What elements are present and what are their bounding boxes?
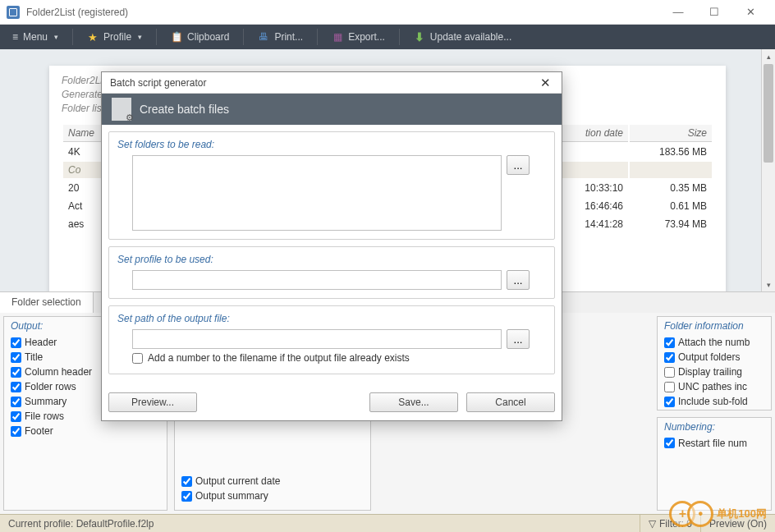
scroll-thumb[interactable]: [764, 64, 773, 163]
browse-folders-button[interactable]: ...: [507, 155, 530, 175]
checkbox-label: Folder rows: [25, 381, 76, 392]
app-icon: [7, 6, 20, 19]
dialog-title: Batch script generator: [110, 77, 534, 89]
dialog-header-text: Create batch files: [140, 103, 229, 116]
update-label: Update available...: [430, 31, 511, 43]
checkbox[interactable]: [11, 367, 21, 378]
checkbox-row[interactable]: Restart file num: [664, 436, 764, 451]
browse-profile-button[interactable]: ...: [507, 270, 530, 290]
checkbox[interactable]: [664, 337, 675, 348]
status-filter[interactable]: ▽ Filter: 0: [640, 515, 701, 532]
checkbox[interactable]: [664, 352, 675, 363]
checkbox[interactable]: [11, 382, 21, 392]
save-button[interactable]: Save...: [369, 392, 458, 412]
minimize-button[interactable]: —: [660, 1, 696, 24]
toolbar-separator: [317, 29, 318, 45]
checkbox-label: Column header: [25, 366, 92, 378]
checkbox-label: File rows: [25, 410, 64, 422]
dialog-header: Create batch files: [102, 94, 562, 125]
close-button[interactable]: ✕: [732, 1, 768, 24]
checkbox-label: Display trailing: [678, 366, 742, 378]
checkbox-label: Output current date: [195, 475, 280, 487]
browse-output-button[interactable]: ...: [507, 329, 530, 349]
checkbox[interactable]: [664, 367, 675, 378]
checkbox[interactable]: [664, 438, 675, 448]
star-icon: ★: [87, 31, 99, 43]
batch-script-dialog: Batch script generator ✕ Create batch fi…: [101, 71, 562, 421]
dialog-footer: Preview... Save... Cancel: [102, 388, 562, 420]
folders-textarea[interactable]: [132, 155, 502, 231]
toolbar-separator: [72, 29, 73, 45]
numbering-panel: Numbering: Restart file num: [657, 417, 772, 511]
export-label: Export...: [348, 31, 385, 43]
checkbox[interactable]: [11, 411, 21, 422]
export-button[interactable]: ▦ Export...: [323, 27, 394, 47]
checkbox-label: Include sub-fold: [678, 396, 748, 407]
clipboard-label: Clipboard: [187, 31, 229, 43]
tab-folder-selection[interactable]: Folder selection: [0, 292, 94, 313]
group-title: Set profile to be used:: [117, 254, 546, 265]
toolbar-separator: [399, 29, 400, 45]
print-button[interactable]: 🖶 Print...: [249, 27, 312, 47]
checkbox-row[interactable]: Include sub-fold: [664, 394, 764, 409]
print-label: Print...: [274, 31, 303, 43]
checkbox[interactable]: [11, 426, 21, 437]
checkbox[interactable]: [11, 352, 21, 363]
menu-button[interactable]: ≡ Menu ▾: [3, 27, 67, 47]
main-toolbar: ≡ Menu ▾ ★ Profile ▾ 📋 Clipboard 🖶 Print…: [0, 25, 775, 49]
checkbox[interactable]: [664, 382, 675, 392]
checkbox-row[interactable]: Output folders: [664, 350, 764, 365]
scroll-up-arrow[interactable]: ▴: [762, 49, 775, 63]
preview-scrollbar[interactable]: ▴ ▾: [761, 49, 775, 291]
scroll-down-arrow[interactable]: ▾: [762, 277, 775, 291]
checkbox-row[interactable]: Output summary: [181, 488, 364, 503]
checkbox-row[interactable]: UNC pathes inc: [664, 379, 764, 394]
checkbox[interactable]: [11, 397, 21, 407]
group-title: Set path of the output file:: [117, 313, 546, 324]
dialog-close-button[interactable]: ✕: [534, 74, 557, 92]
add-number-checkbox-row[interactable]: Add a number to the filename if the outp…: [132, 352, 546, 364]
folder-info-panel: Folder information Attach the numbOutput…: [657, 316, 772, 410]
group-title: Set folders to be read:: [117, 139, 546, 150]
checkbox[interactable]: [664, 397, 675, 407]
toolbar-separator: [156, 29, 157, 45]
profile-input[interactable]: [132, 270, 502, 290]
checkbox-label: Title: [25, 351, 43, 363]
panel-title: Folder information: [664, 320, 764, 332]
update-button[interactable]: ⬇ Update available...: [405, 27, 520, 47]
checkbox-row[interactable]: Output current date: [181, 474, 364, 488]
checkbox-label: Attach the numb: [678, 337, 750, 348]
status-bar: Current profile: DefaultProfile.f2lp ▽ F…: [0, 514, 775, 532]
window-titlebar: Folder2List (registered) — ☐ ✕: [0, 0, 775, 25]
maximize-button[interactable]: ☐: [696, 1, 732, 24]
menu-label: Menu: [23, 31, 48, 43]
toolbar-separator: [243, 29, 244, 45]
status-profile: Current profile: DefaultProfile.f2lp: [0, 515, 640, 532]
clipboard-button[interactable]: 📋 Clipboard: [162, 27, 238, 47]
cancel-button[interactable]: Cancel: [466, 392, 555, 412]
preview-button[interactable]: Preview...: [108, 392, 197, 412]
export-icon: ▦: [332, 31, 343, 43]
checkbox-label: Summary: [25, 396, 66, 407]
dialog-titlebar[interactable]: Batch script generator ✕: [102, 72, 562, 94]
checkbox-label: Output summary: [195, 490, 268, 502]
profile-button[interactable]: ★ Profile ▾: [78, 27, 151, 47]
checkbox[interactable]: [181, 476, 192, 487]
checkbox-row[interactable]: Footer: [11, 424, 160, 438]
status-preview[interactable]: Preview (On): [701, 515, 775, 532]
checkbox-label: Header: [25, 337, 57, 348]
checkbox[interactable]: [181, 491, 192, 502]
clipboard-icon: 📋: [171, 31, 182, 43]
checkbox-label: Footer: [25, 425, 53, 437]
checkbox[interactable]: [11, 337, 21, 348]
profile-label: Profile: [103, 31, 131, 43]
checkbox-row[interactable]: Display trailing: [664, 365, 764, 379]
output-path-input[interactable]: [132, 329, 502, 349]
filter-icon: ▽: [649, 518, 656, 530]
checkbox-row[interactable]: Attach the numb: [664, 335, 764, 350]
col-size: Size: [630, 125, 712, 142]
file-gear-icon: [112, 98, 131, 121]
panel-title: Numbering:: [664, 421, 764, 433]
add-number-checkbox[interactable]: [132, 353, 143, 364]
profile-group: Set profile to be used: ...: [108, 246, 555, 299]
